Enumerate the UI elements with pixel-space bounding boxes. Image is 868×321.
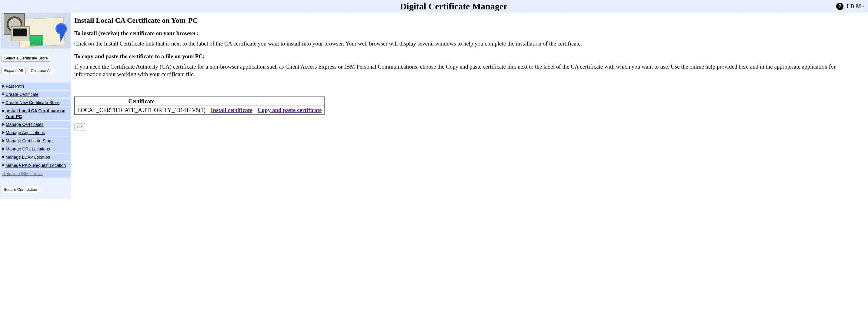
- sidebar-item-label[interactable]: Create New Certificate Store: [5, 100, 59, 106]
- sidebar-hero-image: [1, 13, 71, 49]
- expand-icon: [2, 123, 4, 126]
- secure-connection-button[interactable]: Secure Connection: [1, 186, 40, 193]
- sidebar: Select a Certificate Store Expand All Co…: [0, 13, 71, 199]
- sidebar-item-manage-ldap-location[interactable]: Manage LDAP Location: [1, 153, 71, 161]
- sidebar-item-label[interactable]: Manage LDAP Location: [5, 154, 50, 160]
- main-content: Install Local CA Certificate on Your PC …: [71, 13, 868, 199]
- sidebar-item-label[interactable]: Install Local CA Certificate on Your PC: [5, 108, 69, 120]
- sidebar-item-label[interactable]: Manage Certificates: [6, 122, 44, 127]
- sidebar-item-create-certificate[interactable]: Create Certificate: [1, 90, 71, 98]
- sidebar-item-return-ibm-i-tasks[interactable]: Return to IBM i Tasks: [1, 169, 71, 177]
- page-title-wrap: Digital Certificate Manager: [71, 1, 836, 11]
- sidebar-item-label[interactable]: Create Certificate: [5, 92, 38, 97]
- content-heading: Install Local CA Certificate on Your PC: [74, 17, 866, 25]
- expand-icon: [2, 147, 4, 150]
- certificate-table: Certificate LOCAL_CERTIFICATE_AUTHORITY_…: [74, 96, 324, 115]
- ibm-logo: IBM ®: [846, 3, 864, 10]
- sidebar-item-label[interactable]: Manage Applications: [6, 130, 45, 136]
- sidebar-item-manage-certificates[interactable]: Manage Certificates: [1, 120, 71, 128]
- table-header-row: Certificate: [74, 97, 324, 106]
- section1-body: Click on the Install Certificate link th…: [74, 40, 859, 48]
- sidebar-item-label[interactable]: Fast Path: [6, 83, 24, 89]
- sidebar-item-manage-applications[interactable]: Manage Applications: [1, 128, 71, 137]
- install-certificate-link[interactable]: Install certificate: [211, 107, 252, 113]
- bullet-icon: [2, 165, 4, 166]
- table-row: LOCAL_CERTIFICATE_AUTHORITY_101414V5(1) …: [74, 106, 324, 115]
- sidebar-item-label[interactable]: Manage PKIX Request Location: [5, 163, 66, 168]
- sidebar-item-install-local-ca[interactable]: Install Local CA Certificate on Your PC: [1, 107, 71, 120]
- help-icon[interactable]: ?: [836, 3, 843, 10]
- sidebar-item-manage-pkix-request-location[interactable]: Manage PKIX Request Location: [1, 161, 71, 169]
- ok-button[interactable]: OK: [74, 123, 86, 130]
- bullet-icon: [2, 93, 4, 95]
- col-copy: [255, 97, 324, 106]
- section2-body: If you need the Certificate Authority (C…: [74, 63, 859, 78]
- ibm-logo-reg: ®: [862, 5, 864, 8]
- bullet-icon: [2, 156, 4, 158]
- header-right: ? IBM ®: [836, 3, 868, 10]
- header-bar: Digital Certificate Manager ? IBM ®: [0, 0, 868, 13]
- ibm-logo-text: IBM: [846, 3, 863, 10]
- expand-icon: [2, 131, 4, 134]
- cell-certificate-name: LOCAL_CERTIFICATE_AUTHORITY_101414V5(1): [74, 106, 208, 115]
- sidebar-item-manage-crl-locations[interactable]: Manage CRL Locations: [1, 145, 71, 153]
- bullet-icon: [2, 110, 4, 112]
- expand-all-button[interactable]: Expand All: [1, 67, 26, 74]
- col-certificate: Certificate: [74, 97, 208, 106]
- section1-title: To install (receive) the certificate on …: [74, 30, 866, 37]
- collapse-all-button[interactable]: Collapse All: [28, 67, 54, 74]
- expand-icon: [2, 139, 4, 142]
- expand-icon: [2, 85, 4, 88]
- sidebar-item-label[interactable]: Manage CRL Locations: [6, 146, 50, 152]
- header-logo-slot: [0, 0, 71, 13]
- section2-title: To copy and paste the certificate to a f…: [74, 53, 866, 60]
- select-certificate-store-button[interactable]: Select a Certificate Store: [1, 55, 51, 62]
- copy-paste-certificate-link[interactable]: Copy and paste certificate: [258, 107, 322, 113]
- sidebar-nav: Fast Path Create Certificate Create New …: [1, 82, 71, 177]
- col-install: [208, 97, 255, 106]
- bullet-icon: [2, 101, 4, 104]
- sidebar-item-create-new-certificate-store[interactable]: Create New Certificate Store: [1, 98, 71, 107]
- sidebar-item-label[interactable]: Manage Certificate Store: [6, 138, 53, 144]
- sidebar-item-fast-path[interactable]: Fast Path: [1, 82, 71, 90]
- sidebar-item-label[interactable]: Return to IBM i Tasks: [2, 171, 43, 177]
- page-title: Digital Certificate Manager: [71, 1, 836, 11]
- sidebar-item-manage-certificate-store[interactable]: Manage Certificate Store: [1, 137, 71, 145]
